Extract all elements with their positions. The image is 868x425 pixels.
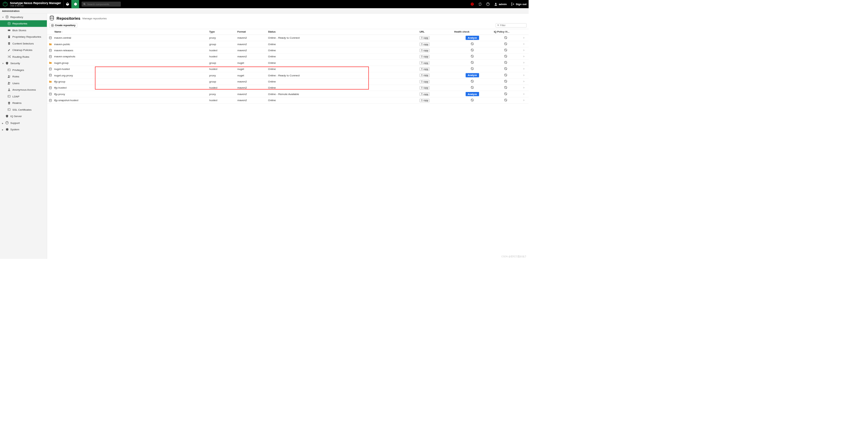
repo-type-icon <box>49 99 52 102</box>
alerts-button[interactable] <box>468 0 476 8</box>
sidebar-item-proprietary[interactable]: Proprietary Repositories <box>0 34 47 40</box>
table-row[interactable]: maven-releases hosted maven2 Online copy <box>47 47 529 53</box>
disabled-icon <box>504 87 508 90</box>
sidebar-item-roles[interactable]: Roles <box>0 73 47 80</box>
chevron-right-icon[interactable] <box>523 61 525 64</box>
copy-url-button[interactable]: copy <box>419 36 429 40</box>
brand-logo[interactable]: Sonatype Nexus Repository Manager OSS 3.… <box>0 0 63 8</box>
disabled-icon <box>471 87 474 90</box>
chevron-right-icon[interactable] <box>523 99 525 102</box>
help-button[interactable] <box>484 0 492 8</box>
disabled-icon <box>471 55 474 58</box>
repo-type: hosted <box>208 97 236 104</box>
analyze-button[interactable]: Analyze <box>466 36 479 40</box>
col-url[interactable]: URL <box>418 29 452 35</box>
sidebar-item-blob-stores[interactable]: Blob Stores <box>0 27 47 33</box>
sidebar-item-content-selectors[interactable]: Content Selectors <box>0 40 47 47</box>
table-row[interactable]: tfjy-proxy proxy maven2 Online - Remote … <box>47 91 529 97</box>
copy-url-button[interactable]: copy <box>419 67 429 71</box>
table-row[interactable]: nuget-hosted hosted nuget Online copy <box>47 66 529 72</box>
repo-status: Online <box>267 53 418 59</box>
chevron-right-icon[interactable] <box>523 93 525 96</box>
table-row[interactable]: maven-central proxy maven2 Online - Read… <box>47 35 529 41</box>
repo-type-icon <box>49 80 52 83</box>
col-iq[interactable]: IQ Policy Vi... <box>492 29 519 35</box>
disabled-icon <box>471 49 474 52</box>
table-row[interactable]: maven-snapshots hosted maven2 Online cop… <box>47 53 529 59</box>
col-name[interactable]: Name↑ <box>47 29 208 35</box>
col-format[interactable]: Format <box>236 29 266 35</box>
repo-type-icon <box>49 92 52 96</box>
sidebar-item-routing[interactable]: Routing Rules <box>0 53 47 60</box>
sidebar-item-ssl[interactable]: SSL Certificates <box>0 106 47 113</box>
chevron-right-icon[interactable] <box>523 36 525 39</box>
filter-box[interactable] <box>496 23 527 27</box>
repo-type: proxy <box>208 72 236 78</box>
table-row[interactable]: tfjy-snapshot-hosted hosted maven2 Onlin… <box>47 97 529 104</box>
sidebar-item-support[interactable]: Support <box>0 119 47 126</box>
repo-type: hosted <box>208 53 236 59</box>
chevron-right-icon[interactable] <box>523 68 525 71</box>
analyze-button[interactable]: Analyze <box>466 92 479 96</box>
chevron-right-icon[interactable] <box>523 74 525 77</box>
col-type[interactable]: Type <box>208 29 236 35</box>
sidebar-item-security[interactable]: Security <box>0 60 47 67</box>
repo-format: maven2 <box>236 97 266 104</box>
copy-url-button[interactable]: copy <box>419 49 429 52</box>
signout-button[interactable]: Sign out <box>509 0 529 8</box>
sidebar-item-iq-server[interactable]: IQ Server <box>0 113 47 119</box>
refresh-icon <box>478 2 482 6</box>
repo-status: Online <box>267 66 418 72</box>
chevron-right-icon[interactable] <box>523 55 525 58</box>
sidebar-item-cleanup[interactable]: Cleanup Policies <box>0 47 47 53</box>
sidebar-item-users[interactable]: Users <box>0 80 47 86</box>
sidebar-item-anonymous[interactable]: Anonymous Access <box>0 87 47 93</box>
repo-type: hosted <box>208 85 236 91</box>
sidebar-item-repository[interactable]: Repository <box>0 14 47 20</box>
repo-type-icon <box>49 55 52 58</box>
repo-format: maven2 <box>236 85 266 91</box>
chevron-right-icon[interactable] <box>523 86 525 89</box>
repo-type-icon <box>49 86 52 90</box>
copy-url-button[interactable]: copy <box>419 99 429 102</box>
browse-mode-button[interactable] <box>63 0 71 8</box>
table-row[interactable]: tfjy-hosted hosted maven2 Online copy <box>47 85 529 91</box>
table-row[interactable]: tfjy-group group maven2 Online copy <box>47 78 529 85</box>
repo-status: Online - Ready to Connect <box>267 72 418 78</box>
refresh-button[interactable] <box>476 0 484 8</box>
sidebar-item-repositories[interactable]: Repositories <box>0 20 47 27</box>
admin-mode-button[interactable] <box>71 0 79 8</box>
col-status[interactable]: Status <box>267 29 418 35</box>
copy-url-button[interactable]: copy <box>419 61 429 64</box>
repo-type: group <box>208 41 236 47</box>
analyze-button[interactable]: Analyze <box>466 73 479 77</box>
search-input[interactable] <box>87 3 119 6</box>
sidebar-item-privileges[interactable]: Privileges <box>0 67 47 73</box>
table-row[interactable]: nuget.org-proxy proxy nuget Online - Rea… <box>47 72 529 78</box>
copy-url-button[interactable]: copy <box>419 92 429 96</box>
copy-url-button[interactable]: copy <box>419 86 429 90</box>
col-health[interactable]: Health check <box>453 29 492 35</box>
copy-url-button[interactable]: copy <box>419 55 429 58</box>
sidebar-item-realms[interactable]: Realms <box>0 100 47 106</box>
repo-type: hosted <box>208 66 236 72</box>
search-box[interactable] <box>82 2 121 7</box>
table-row[interactable]: maven-public group maven2 Online copy <box>47 41 529 47</box>
user-menu[interactable]: admin <box>492 0 509 8</box>
sidebar-item-system[interactable]: System <box>0 126 47 132</box>
sidebar-item-ldap[interactable]: LDAP <box>0 93 47 99</box>
table-row[interactable]: nuget-group group nuget Online copy <box>47 60 529 66</box>
repo-name: tfjy-proxy <box>54 93 65 96</box>
copy-url-button[interactable]: copy <box>419 74 429 77</box>
filter-input[interactable] <box>500 24 525 27</box>
chevron-right-icon[interactable] <box>523 80 525 83</box>
search-icon <box>83 3 86 6</box>
chevron-right-icon[interactable] <box>523 49 525 52</box>
repo-format: maven2 <box>236 91 266 97</box>
filter-icon <box>497 24 499 26</box>
copy-url-button[interactable]: copy <box>419 42 429 46</box>
disabled-icon <box>471 43 474 46</box>
create-repository-button[interactable]: Create repository <box>49 23 77 27</box>
copy-url-button[interactable]: copy <box>419 80 429 83</box>
chevron-right-icon[interactable] <box>523 42 525 45</box>
